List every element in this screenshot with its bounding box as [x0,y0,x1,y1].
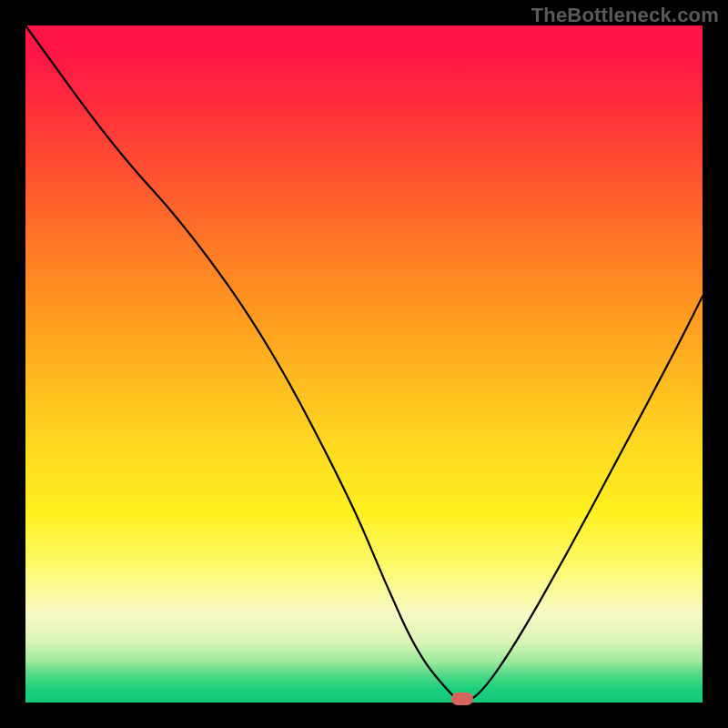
chart-frame: TheBottleneck.com [0,0,728,728]
attribution-text: TheBottleneck.com [531,4,719,27]
bottleneck-marker [451,693,473,705]
bottleneck-curve [25,25,703,703]
